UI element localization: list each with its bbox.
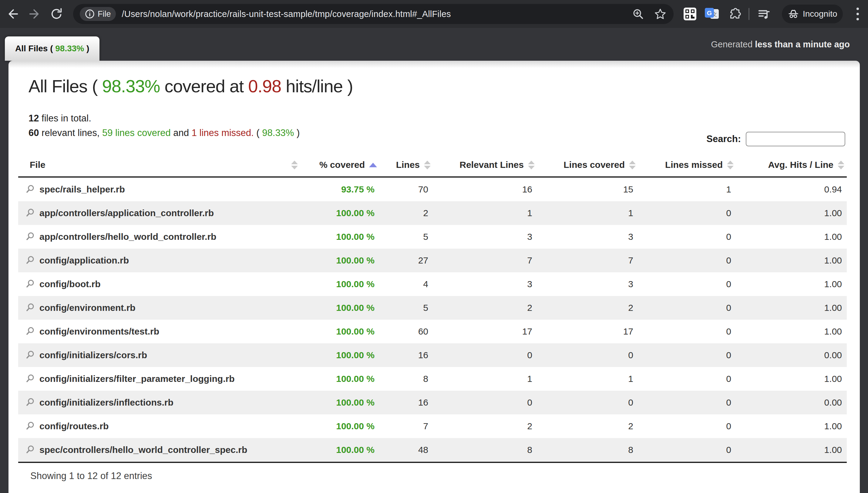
file-name[interactable]: config/initializers/filter_parameter_log… xyxy=(40,374,234,384)
file-link[interactable]: config/environments/test.rb xyxy=(18,320,300,343)
generated-time: less than a minute ago xyxy=(755,40,850,49)
lines-missed-cell: 0 xyxy=(638,225,736,249)
incognito-badge[interactable]: Incognito xyxy=(782,4,843,23)
file-link[interactable]: config/boot.rb xyxy=(18,272,300,296)
relevant-lines-cell: 3 xyxy=(433,272,537,296)
table-row: config/initializers/filter_parameter_log… xyxy=(18,367,847,391)
avg-hits-cell: 1.00 xyxy=(736,367,847,391)
file-name[interactable]: config/application.rb xyxy=(40,255,129,265)
reload-button[interactable] xyxy=(48,5,65,22)
magnifier-icon xyxy=(25,208,35,218)
lines-missed-cell: 0 xyxy=(638,391,736,414)
column-header-covered[interactable]: % covered xyxy=(300,153,380,177)
lines-missed-cell: 0 xyxy=(638,296,736,320)
back-button[interactable] xyxy=(4,5,21,22)
avg-hits-cell: 1.00 xyxy=(736,438,847,462)
column-header-relevant-lines[interactable]: Relevant Lines xyxy=(433,153,537,177)
file-name[interactable]: config/initializers/inflections.rb xyxy=(40,398,174,408)
lines-missed-cell: 0 xyxy=(638,272,736,296)
relevant-lines-cell: 3 xyxy=(433,225,537,249)
file-name[interactable]: config/environments/test.rb xyxy=(40,326,159,337)
qr-extension-button[interactable] xyxy=(683,7,697,21)
column-header-lines-missed[interactable]: Lines missed xyxy=(638,153,736,177)
sort-arrows-icon xyxy=(291,160,298,169)
url-text[interactable]: /Users/nolan/work/practice/rails-unit-te… xyxy=(122,9,451,19)
lines-covered-cell: 1 xyxy=(537,367,638,391)
file-link[interactable]: app/controllers/application_controller.r… xyxy=(18,201,300,225)
tab-all-files[interactable]: All Files ( 98.33% ) xyxy=(5,37,99,61)
file-link[interactable]: app/controllers/hello_world_controller.r… xyxy=(18,225,300,249)
urlbar-right-icons xyxy=(632,7,667,21)
url-bar[interactable]: File /Users/nolan/work/practice/rails-un… xyxy=(73,4,673,24)
covered-percent-cell: 93.75 % xyxy=(300,177,380,201)
file-link[interactable]: spec/rails_helper.rb xyxy=(18,177,300,201)
lines-covered-cell: 2 xyxy=(537,414,638,438)
file-link[interactable]: config/initializers/inflections.rb xyxy=(18,391,300,414)
lines-covered-cell: 0 xyxy=(537,343,638,367)
extensions-button[interactable] xyxy=(727,7,741,21)
column-header-file[interactable]: File xyxy=(18,153,300,177)
coverage-table: File% coveredLinesRelevant LinesLines co… xyxy=(18,153,847,463)
file-name[interactable]: app/controllers/hello_world_controller.r… xyxy=(40,232,216,242)
relevant-lines-cell: 1 xyxy=(433,367,537,391)
covered-percent-cell: 100.00 % xyxy=(300,296,380,320)
table-head-row: File% coveredLinesRelevant LinesLines co… xyxy=(18,153,847,177)
lines-missed-cell: 0 xyxy=(638,414,736,438)
lines-cell: 16 xyxy=(380,391,433,414)
browser-menu-button[interactable] xyxy=(851,5,864,22)
table-row: config/environment.rb100.00 %52201.00 xyxy=(18,296,847,320)
file-link[interactable]: config/environment.rb xyxy=(18,296,300,320)
file-name[interactable]: config/initializers/cors.rb xyxy=(40,350,147,360)
file-scheme-badge[interactable]: File xyxy=(80,7,116,21)
tab-label-suffix: ) xyxy=(84,44,89,53)
title-hits-per-line: 0.98 xyxy=(248,76,281,96)
file-link[interactable]: config/initializers/filter_parameter_log… xyxy=(18,367,300,391)
column-header-lines[interactable]: Lines xyxy=(380,153,433,177)
translate-extension-button[interactable]: 文G xyxy=(704,7,720,21)
bookmark-star-icon[interactable] xyxy=(654,7,667,21)
relevant-lines-count: 60 xyxy=(28,128,39,138)
file-link[interactable]: spec/controllers/hello_world_controller_… xyxy=(18,438,300,462)
covered-percent-cell: 100.00 % xyxy=(300,272,380,296)
lines-cell: 27 xyxy=(380,249,433,272)
title-mid: covered at xyxy=(160,76,248,96)
report-tab-strip: All Files ( 98.33% ) Generated less than… xyxy=(0,28,868,61)
zoom-in-icon[interactable] xyxy=(632,7,644,20)
covered-percent-cell: 100.00 % xyxy=(300,225,380,249)
lines-covered-text: 59 lines covered xyxy=(102,128,171,138)
column-label: Lines xyxy=(396,160,420,170)
file-name[interactable]: spec/rails_helper.rb xyxy=(40,184,125,195)
reload-icon xyxy=(49,7,63,21)
magnifier-icon xyxy=(25,350,35,360)
lines-covered-cell: 17 xyxy=(537,320,638,343)
title-prefix: All Files ( xyxy=(28,76,102,96)
column-header-lines-covered[interactable]: Lines covered xyxy=(537,153,638,177)
file-link[interactable]: config/routes.rb xyxy=(18,414,300,438)
file-name[interactable]: config/boot.rb xyxy=(40,279,101,289)
summary-text-1: relevant lines, xyxy=(39,128,102,138)
magnifier-icon xyxy=(25,445,35,455)
column-header-avg-hits-line[interactable]: Avg. Hits / Line xyxy=(736,153,847,177)
file-link[interactable]: config/application.rb xyxy=(18,249,300,272)
lines-covered-cell: 7 xyxy=(537,249,638,272)
file-name[interactable]: config/environment.rb xyxy=(40,303,136,313)
forward-button[interactable] xyxy=(26,5,43,22)
summary-text-2: and xyxy=(171,128,192,138)
tab-label-prefix: All Files ( xyxy=(15,44,55,53)
table-row: config/initializers/cors.rb100.00 %16000… xyxy=(18,343,847,367)
file-name[interactable]: spec/controllers/hello_world_controller_… xyxy=(40,445,247,455)
sort-arrows-icon xyxy=(629,160,636,169)
file-name[interactable]: config/routes.rb xyxy=(40,421,109,431)
file-name[interactable]: app/controllers/application_controller.r… xyxy=(40,208,214,218)
magnifier-icon xyxy=(25,279,35,289)
avg-hits-cell: 1.00 xyxy=(736,414,847,438)
lines-cell: 16 xyxy=(380,343,433,367)
lines-missed-cell: 0 xyxy=(638,201,736,225)
covered-percent-cell: 100.00 % xyxy=(300,438,380,462)
covered-percent-cell: 100.00 % xyxy=(300,414,380,438)
qr-extension-icon xyxy=(683,7,697,21)
file-link[interactable]: config/initializers/cors.rb xyxy=(18,343,300,367)
media-playlist-icon xyxy=(757,7,771,21)
media-controls-button[interactable] xyxy=(757,7,771,21)
search-input[interactable] xyxy=(746,132,845,146)
